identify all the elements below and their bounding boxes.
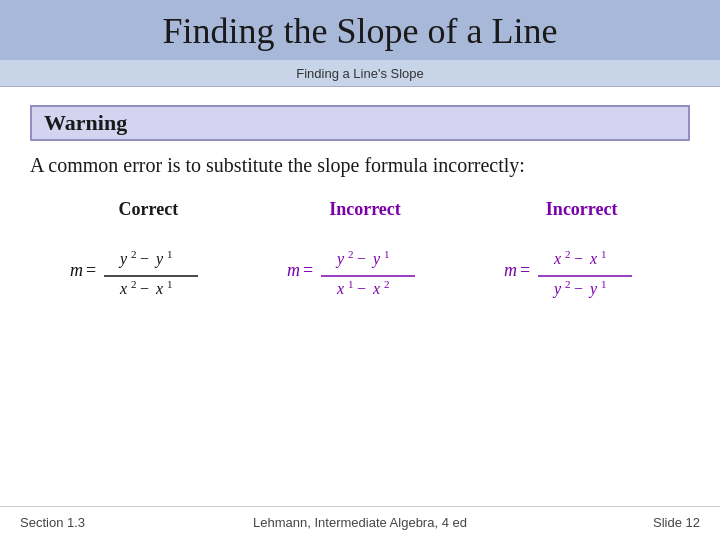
header-title: Finding the Slope of a Line [20,10,700,52]
svg-text:−: − [140,250,149,267]
svg-text:2: 2 [131,278,137,290]
content: Warning A common error is to substitute … [0,87,720,506]
svg-text:=: = [303,260,313,280]
formula-correct-label: Correct [119,199,179,220]
svg-text:x: x [336,280,344,297]
footer-publisher: Lehmann, Intermediate Algebra, 4 ed [247,515,474,530]
svg-text:−: − [140,280,149,297]
svg-text:y: y [371,250,381,268]
formula-incorrect-2-svg: m = x 2 − x 1 y 2 − y 1 [502,234,662,314]
footer-section: Section 1.3 [20,515,247,530]
svg-text:x: x [372,280,380,297]
formula-incorrect-1-label: Incorrect [329,199,401,220]
formula-incorrect-2: Incorrect m = x 2 − x 1 y 2 − y [473,199,690,314]
svg-text:x: x [553,250,561,267]
svg-text:x: x [155,280,163,297]
svg-text:−: − [357,250,366,267]
svg-text:−: − [357,280,366,297]
svg-text:2: 2 [565,248,571,260]
svg-text:2: 2 [565,278,571,290]
svg-text:=: = [520,260,530,280]
svg-text:y: y [552,280,562,298]
svg-text:1: 1 [167,248,173,260]
formula-incorrect-1: Incorrect m = y 2 − y 1 x 1 − x [257,199,474,314]
footer: Section 1.3 Lehmann, Intermediate Algebr… [0,506,720,540]
formula-incorrect-1-svg: m = y 2 − y 1 x 1 − x 2 [285,234,445,314]
svg-text:1: 1 [601,248,607,260]
svg-text:x: x [589,250,597,267]
svg-text:y: y [588,280,598,298]
formula-correct: Correct m = y 2 − y 1 x 2 − [40,199,257,314]
svg-text:m: m [504,260,517,280]
svg-text:−: − [574,250,583,267]
formula-incorrect-2-label: Incorrect [546,199,618,220]
svg-text:x: x [119,280,127,297]
svg-text:1: 1 [167,278,173,290]
warning-label: Warning [44,110,127,135]
svg-text:m: m [287,260,300,280]
svg-text:2: 2 [131,248,137,260]
svg-text:=: = [86,260,96,280]
subheader: Finding a Line's Slope [0,60,720,87]
svg-text:y: y [154,250,164,268]
formulas-row: Correct m = y 2 − y 1 x 2 − [30,199,690,314]
svg-text:1: 1 [348,278,354,290]
footer-slide: Slide 12 [473,515,700,530]
svg-text:y: y [118,250,128,268]
svg-text:2: 2 [348,248,354,260]
svg-text:2: 2 [384,278,390,290]
svg-text:1: 1 [601,278,607,290]
header: Finding the Slope of a Line [0,0,720,60]
slide: Finding the Slope of a Line Finding a Li… [0,0,720,540]
warning-box: Warning [30,105,690,141]
svg-text:1: 1 [384,248,390,260]
formula-correct-svg: m = y 2 − y 1 x 2 − x 1 [68,234,228,314]
description: A common error is to substitute the slop… [30,151,690,179]
subtitle: Finding a Line's Slope [296,66,424,81]
svg-text:−: − [574,280,583,297]
svg-text:m: m [70,260,83,280]
svg-text:y: y [335,250,345,268]
